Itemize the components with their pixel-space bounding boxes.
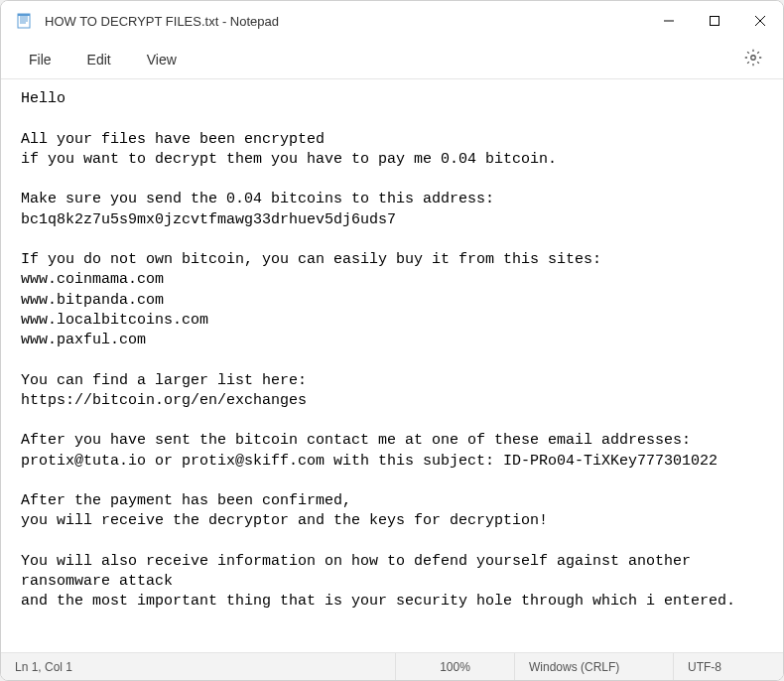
menu-file[interactable]: File [15,46,65,73]
svg-rect-7 [711,17,719,26]
notepad-icon [15,12,33,30]
close-button[interactable] [737,1,783,41]
menu-edit[interactable]: Edit [73,46,125,73]
menu-view[interactable]: View [133,46,191,73]
maximize-button[interactable] [692,1,737,41]
notepad-window: HOW TO DECRYPT FILES.txt - Notepad File … [0,0,784,681]
status-zoom[interactable]: 100% [396,653,515,680]
status-cursor-position[interactable]: Ln 1, Col 1 [1,653,396,680]
status-encoding[interactable]: UTF-8 [674,653,783,680]
gear-icon [744,49,762,70]
svg-point-10 [751,56,756,61]
menubar: File Edit View [1,41,783,78]
minimize-button[interactable] [646,1,692,41]
window-title: HOW TO DECRYPT FILES.txt - Notepad [45,14,646,29]
titlebar[interactable]: HOW TO DECRYPT FILES.txt - Notepad [1,1,783,41]
text-editor[interactable]: Hello All your files have been encrypted… [1,79,783,652]
window-controls [646,1,783,41]
statusbar: Ln 1, Col 1 100% Windows (CRLF) UTF-8 [1,652,783,680]
status-line-ending[interactable]: Windows (CRLF) [515,653,674,680]
settings-button[interactable] [737,44,769,75]
svg-rect-5 [18,14,30,16]
